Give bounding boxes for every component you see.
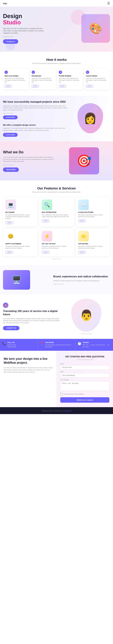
rating-desc: Nisi porttitor malesuada sed libero. Ali…	[78, 246, 107, 249]
form-checkbox-label: I accept the Terms and Conditions	[64, 393, 84, 395]
form-email-input[interactable]	[60, 373, 109, 378]
step-1-more-button[interactable]: MORE	[5, 85, 12, 88]
step-card-4: 4 Launch website Lorem text. Click to se…	[84, 68, 110, 90]
wwd-credit: image from Freepik	[3, 164, 55, 166]
rating-icon: ⭐	[78, 231, 89, 242]
webflow-section: We turn your design into a live Webflow …	[0, 351, 57, 407]
features-credit: Image by Freepik	[3, 258, 110, 260]
step-card-3: 3 Provide feedback Lorem text. Click to …	[57, 68, 83, 90]
features-title: Our Features & Services	[3, 186, 110, 190]
managed-service-desc: Sample text. Lorem ipsum dolor sit amet,…	[3, 127, 67, 131]
managed-service: We offer a complete design service Sampl…	[3, 124, 67, 137]
hero-cta-button[interactable]: Contact us	[3, 39, 18, 44]
brand-section: 🖥️ Brand, experiences and radical collab…	[0, 266, 113, 294]
contact-call[interactable]: 📞 CALL US (234) 567-891 (234) 567-892	[0, 339, 38, 351]
step-3-number: 3	[59, 70, 62, 74]
happy-title: HAPPY CUSTOMERS	[6, 243, 35, 245]
steps-container: 1 Share your designs Lorem text. Click t…	[3, 68, 110, 90]
hours-icon: 🕐	[78, 342, 81, 346]
digital-cta-button[interactable]: CONTACT US	[3, 326, 20, 330]
contact-hours-content: HOURS Mon - Fri ..... 10 am - 8 pm, Sat,…	[83, 342, 111, 348]
form-submit-button[interactable]: Submit your request	[60, 397, 109, 403]
contact-hours[interactable]: 🕐 HOURS Mon - Fri ..... 10 am - 8 pm, Sa…	[75, 339, 113, 351]
footer-link[interactable]: Sample link	[64, 410, 71, 412]
quotation-title: GET STARTED With FREE QUOTATION	[60, 355, 109, 358]
phone-icon: 📞	[2, 342, 6, 346]
happy-icon: 😊	[6, 231, 16, 242]
form-checkbox-row: I accept the Terms and Conditions	[60, 393, 109, 395]
contact-hours-value: Mon - Fri ..... 10 am - 8 pm, Sat, Sun .…	[83, 344, 111, 348]
managed-service-title: We offer a complete design service	[3, 124, 67, 126]
no-coding-desc: Nisi porttitor malesuada sed libero. Ali…	[6, 214, 35, 220]
hero-section: Design Studio Duis aute irure dolor in r…	[0, 6, 113, 52]
form-email-label: Email	[60, 371, 109, 372]
managed-right: 👩	[70, 100, 110, 133]
step-card-1: 1 Share your designs Lorem text. Click t…	[3, 68, 29, 90]
footer: Sample text. Click to select the text. |…	[0, 407, 113, 414]
rating-more-button[interactable]: MORE	[78, 251, 86, 254]
hero-text: Design Studio Duis aute irure dolor in r…	[3, 13, 57, 44]
step-1-number: 1	[5, 70, 8, 74]
form-checkbox[interactable]	[60, 393, 62, 395]
webflow-title: We turn your design into a live Webflow …	[4, 357, 53, 364]
managed-left: We have successfully managed projects si…	[3, 100, 67, 137]
hero-title: Design Studio	[3, 13, 57, 26]
wwd-read-more-button[interactable]: READ MORE	[3, 168, 19, 172]
form-message-input[interactable]	[60, 381, 109, 391]
contact-hours-label: HOURS	[83, 342, 111, 343]
managed-learn-more-button[interactable]: LEARN MORE	[3, 116, 18, 119]
quotation-section: GET STARTED With FREE QUOTATION Lorem ip…	[57, 351, 113, 407]
cloud-more-button[interactable]: MORE	[78, 220, 86, 222]
bottom-section: We turn your design into a live Webflow …	[0, 351, 113, 407]
happy-more-button[interactable]: MORE	[6, 251, 13, 254]
fast-desc: Nisi porttitor malesuada sed libero. Ali…	[42, 246, 71, 249]
step-1-title: Share your designs	[5, 75, 27, 77]
form-name-input[interactable]	[60, 365, 109, 370]
step-2-title: Development	[32, 75, 54, 77]
contact-location-label: LOCATION	[45, 342, 73, 343]
feature-card-fast: ⚡ GET SET UP FAST Nisi porttitor malesua…	[39, 228, 73, 256]
what-we-do-section: What we Do Ut enim ad minim veniam, quis…	[0, 141, 113, 180]
man-illustration: 👨	[71, 299, 101, 332]
contact-call-content: CALL US (234) 567-891 (234) 567-892	[7, 342, 16, 348]
contact-location-value: 121 Rock Street, 21 Avenue, New York, NY…	[45, 344, 73, 348]
features-grid: 💻 NO CODING Nisi porttitor malesuada sed…	[3, 197, 110, 256]
step-card-2: 2 Development Lorem text. Click to selec…	[30, 68, 56, 90]
fast-icon: ⚡	[42, 231, 52, 242]
step-3-title: Provide feedback	[59, 75, 81, 77]
header: logo ☰	[0, 0, 113, 6]
brand-desc: Sample text. Click to select the text. C…	[53, 280, 110, 282]
managed-service-learn-more-button[interactable]: LEARN MORE	[3, 133, 18, 137]
no-coding-more-button[interactable]: MORE	[6, 221, 13, 224]
step-4-more-button[interactable]: MORE	[86, 85, 93, 88]
step-2-number: 2	[32, 70, 35, 74]
features-subtitle: Duis aute irure dolor in reprehenderit i…	[3, 191, 110, 193]
digital-desc: Lorem ipsum dolor in reprehenderit in vo…	[3, 318, 60, 324]
contact-call-value: (234) 567-891 (234) 567-892	[7, 344, 16, 348]
managed-title: We have successfully managed projects si…	[3, 100, 67, 104]
fast-more-button[interactable]: MORE	[42, 251, 50, 254]
feature-card-no-coding: 💻 NO CODING Nisi porttitor malesuada sed…	[3, 197, 37, 226]
step-3-more-button[interactable]: MORE	[59, 85, 66, 88]
contact-call-label: CALL US	[7, 342, 16, 343]
brand-title: Brand, experiences and radical collabora…	[53, 275, 110, 278]
contact-row: 📞 CALL US (234) 567-891 (234) 567-892 📍 …	[0, 339, 113, 351]
cloud-icon: ☁️	[78, 200, 89, 210]
managed-credit: Image from Freepik	[3, 112, 67, 114]
form-message-label: Your message	[60, 379, 109, 380]
how-it-works-title: How it works	[3, 58, 110, 62]
menu-icon[interactable]: ☰	[107, 2, 110, 5]
form-message-group: Your message	[60, 379, 109, 392]
step-2-desc: Lorem text. Click to select the text. Cl…	[32, 78, 54, 83]
brand-left: 🖥️	[3, 270, 50, 290]
wwd-right: 🎯	[58, 147, 110, 174]
digital-right: 👨 Images from Freepik	[63, 299, 110, 334]
step-4-desc: Lorem text. Click to select the text. Cl…	[86, 78, 108, 83]
step-2-more-button[interactable]: MORE	[32, 85, 39, 88]
digital-title: Translating 100 years of service into a …	[3, 310, 60, 316]
form-name-group: Name	[60, 363, 109, 370]
target-illustration: 🎯	[69, 147, 99, 174]
contact-location[interactable]: 📍 LOCATION 121 Rock Street, 21 Avenue, N…	[38, 339, 75, 351]
seo-more-button[interactable]: MORE	[42, 220, 50, 222]
cloud-title: CLOUD SOLUTIONS	[78, 212, 107, 213]
